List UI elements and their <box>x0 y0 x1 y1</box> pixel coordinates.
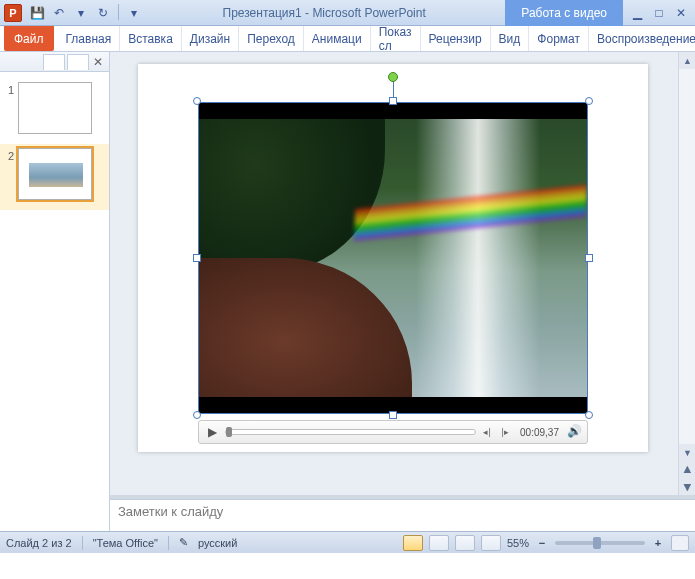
status-slide-info: Слайд 2 из 2 <box>6 537 72 549</box>
video-object[interactable] <box>198 102 588 414</box>
minimize-button[interactable]: ▁ <box>627 5 647 21</box>
thumbnails-header: ✕ <box>0 52 109 72</box>
tab-slideshow[interactable]: Показ сл <box>371 26 421 51</box>
resize-handle-bl[interactable] <box>193 411 201 419</box>
step-back-button[interactable]: ◂| <box>480 425 494 439</box>
slide-canvas-area[interactable]: ▶ ◂| |▸ 00:09,37 🔊 ▲ ▼ ⯅ ⯆ <box>110 52 695 495</box>
save-button[interactable]: 💾 <box>28 4 46 22</box>
notes-placeholder: Заметки к слайду <box>118 504 223 519</box>
next-slide-icon[interactable]: ⯆ <box>679 478 695 495</box>
tab-insert[interactable]: Вставка <box>120 26 182 51</box>
vertical-scrollbar[interactable]: ▲ ▼ ⯅ ⯆ <box>678 52 695 495</box>
play-button[interactable]: ▶ <box>203 423 221 441</box>
tab-animations[interactable]: Анимаци <box>304 26 371 51</box>
thumbnail-preview <box>18 82 92 134</box>
zoom-level[interactable]: 55% <box>507 537 529 549</box>
window-title: Презентация1 - Microsoft PowerPoint <box>143 6 505 20</box>
step-forward-button[interactable]: |▸ <box>498 425 512 439</box>
status-theme: "Тема Office" <box>93 537 158 549</box>
redo-button[interactable]: ↻ <box>94 4 112 22</box>
rotation-handle[interactable] <box>388 72 398 82</box>
notes-pane[interactable]: Заметки к слайду <box>110 499 695 531</box>
quick-access-toolbar: 💾 ↶ ▾ ↻ ▾ <box>28 4 143 22</box>
spellcheck-icon[interactable]: ✎ <box>179 536 188 549</box>
app-name: Microsoft PowerPoint <box>312 6 425 20</box>
resize-handle-tm[interactable] <box>389 97 397 105</box>
thumbnail-media-icon <box>29 163 83 187</box>
zoom-slider-thumb[interactable] <box>593 537 601 549</box>
tab-playback[interactable]: Воспроизведение <box>589 26 695 51</box>
playback-time: 00:09,37 <box>516 427 563 438</box>
status-separator <box>82 536 83 550</box>
slide[interactable]: ▶ ◂| |▸ 00:09,37 🔊 <box>138 64 648 452</box>
tab-transitions[interactable]: Переход <box>239 26 304 51</box>
slide-editor: ▶ ◂| |▸ 00:09,37 🔊 ▲ ▼ ⯅ ⯆ Заметки к сла… <box>110 52 695 531</box>
qat-separator <box>118 4 119 20</box>
scroll-up-icon[interactable]: ▲ <box>679 52 695 69</box>
tab-format[interactable]: Формат <box>529 26 589 51</box>
video-preview-image <box>199 119 587 397</box>
thumbnails-close-icon[interactable]: ✕ <box>91 55 105 69</box>
workspace: ✕ 1 2 <box>0 52 695 531</box>
context-tab-video[interactable]: Работа с видео <box>505 0 623 26</box>
video-waterfall <box>416 119 540 397</box>
maximize-button[interactable]: □ <box>649 5 669 21</box>
status-language[interactable]: русский <box>198 537 237 549</box>
status-separator <box>168 536 169 550</box>
scroll-down-icon[interactable]: ▼ <box>679 444 695 461</box>
ribbon-tabs: Файл Главная Вставка Дизайн Переход Аним… <box>0 26 695 52</box>
document-name: Презентация1 <box>223 6 302 20</box>
zoom-in-button[interactable]: + <box>651 536 665 550</box>
tab-review[interactable]: Рецензир <box>421 26 491 51</box>
slide-thumbnail-1[interactable]: 1 <box>0 78 109 144</box>
zoom-slider[interactable] <box>555 541 645 545</box>
title-bar: P 💾 ↶ ▾ ↻ ▾ Презентация1 - Microsoft Pow… <box>0 0 695 26</box>
thumbnails-tab-outline[interactable] <box>67 54 89 70</box>
undo-button[interactable]: ↶ <box>50 4 68 22</box>
file-tab[interactable]: Файл <box>4 26 54 51</box>
view-reading-button[interactable] <box>455 535 475 551</box>
app-icon: P <box>4 4 22 22</box>
thumbnail-number: 2 <box>4 148 18 162</box>
resize-handle-br[interactable] <box>585 411 593 419</box>
thumbnails-list: 1 2 <box>0 72 109 531</box>
view-normal-button[interactable] <box>403 535 423 551</box>
fit-to-window-button[interactable] <box>671 535 689 551</box>
volume-button[interactable]: 🔊 <box>567 424 583 440</box>
qat-customize-icon[interactable]: ▾ <box>125 4 143 22</box>
seek-thumb[interactable] <box>226 427 232 437</box>
undo-dropdown-icon[interactable]: ▾ <box>72 4 90 22</box>
thumbnail-preview <box>18 148 92 200</box>
tab-home[interactable]: Главная <box>58 26 121 51</box>
tab-view[interactable]: Вид <box>491 26 530 51</box>
resize-handle-tr[interactable] <box>585 97 593 105</box>
resize-handle-tl[interactable] <box>193 97 201 105</box>
thumbnail-number: 1 <box>4 82 18 96</box>
resize-handle-mr[interactable] <box>585 254 593 262</box>
resize-handle-ml[interactable] <box>193 254 201 262</box>
resize-handle-bm[interactable] <box>389 411 397 419</box>
status-bar: Слайд 2 из 2 "Тема Office" ✎ русский 55%… <box>0 531 695 553</box>
video-frame[interactable] <box>198 102 588 414</box>
slide-thumbnail-2[interactable]: 2 <box>0 144 109 210</box>
zoom-out-button[interactable]: − <box>535 536 549 550</box>
close-button[interactable]: ✕ <box>671 5 691 21</box>
view-slideshow-button[interactable] <box>481 535 501 551</box>
window-controls: ▁ □ ✕ <box>623 5 695 21</box>
thumbnails-tab-slides[interactable] <box>43 54 65 70</box>
seek-bar[interactable] <box>225 429 476 435</box>
slide-thumbnails-panel: ✕ 1 2 <box>0 52 110 531</box>
view-sorter-button[interactable] <box>429 535 449 551</box>
prev-slide-icon[interactable]: ⯅ <box>679 461 695 478</box>
letterbox-top <box>199 103 587 119</box>
tab-design[interactable]: Дизайн <box>182 26 239 51</box>
media-player-bar: ▶ ◂| |▸ 00:09,37 🔊 <box>198 420 588 444</box>
